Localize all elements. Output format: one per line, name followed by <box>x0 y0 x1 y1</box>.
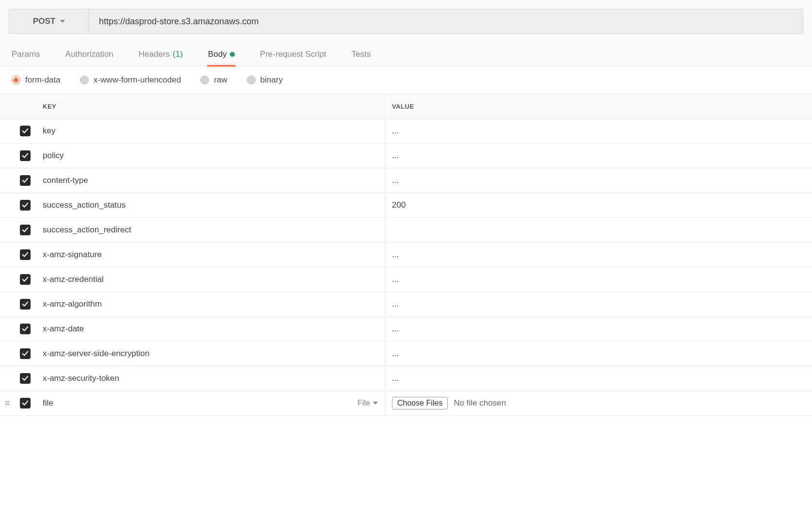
radio-icon <box>12 76 20 84</box>
value-cell[interactable]: ... <box>385 275 812 284</box>
key-cell[interactable]: x-amz-server-side-encryption <box>36 342 385 366</box>
request-url-input[interactable] <box>89 9 803 33</box>
value-text: ... <box>392 299 399 309</box>
chevron-down-icon <box>60 20 65 23</box>
value-cell[interactable]: ... <box>385 176 812 185</box>
row-enabled-checkbox[interactable] <box>20 249 31 260</box>
value-cell[interactable]: Choose FilesNo file chosen <box>385 397 812 409</box>
key-cell[interactable]: x-amz-security-token <box>36 366 385 391</box>
key-text: success_action_status <box>43 200 126 210</box>
table-row: x-amz-security-token... <box>0 366 812 391</box>
value-text: ... <box>392 374 399 383</box>
key-cell[interactable]: success_action_redirect <box>36 218 385 242</box>
tab-authorization[interactable]: Authorization <box>65 45 114 66</box>
table-row: x-amz-credential... <box>0 267 812 292</box>
radio-icon <box>200 76 209 84</box>
tab-label: Body <box>208 49 227 59</box>
check-icon <box>22 128 29 134</box>
row-enabled-checkbox[interactable] <box>20 348 31 359</box>
row-enabled-checkbox[interactable] <box>20 225 31 235</box>
row-enabled-checkbox[interactable] <box>20 274 31 285</box>
key-type-select[interactable]: File <box>357 399 378 408</box>
value-text: ... <box>392 324 399 334</box>
table-row: content-type... <box>0 168 812 193</box>
check-icon <box>22 375 29 382</box>
check-icon <box>22 251 29 258</box>
key-cell[interactable]: x-amz-credential <box>36 267 385 292</box>
body-type-label: binary <box>260 75 283 85</box>
key-text: content-type <box>43 176 88 185</box>
key-text: key <box>43 126 55 136</box>
row-enabled-checkbox[interactable] <box>20 398 31 409</box>
tab-pre-request-script[interactable]: Pre-request Script <box>259 45 327 66</box>
row-enabled-checkbox[interactable] <box>20 126 31 136</box>
tab-label: Tests <box>352 49 371 59</box>
tab-tests[interactable]: Tests <box>351 45 372 66</box>
value-text: ... <box>392 176 399 185</box>
row-enabled-checkbox[interactable] <box>20 150 31 161</box>
value-cell[interactable]: ... <box>385 299 812 309</box>
radio-icon <box>247 76 256 84</box>
check-icon <box>22 177 29 184</box>
key-cell[interactable]: x-amz-algorithm <box>36 292 385 316</box>
table-row: key... <box>0 119 812 144</box>
key-text: x-amz-signature <box>43 250 102 260</box>
http-method-select[interactable]: POST <box>9 9 89 33</box>
key-cell[interactable]: key <box>36 119 385 143</box>
body-type-label: raw <box>214 75 227 85</box>
check-icon <box>22 350 29 357</box>
row-enabled-checkbox[interactable] <box>20 200 31 211</box>
body-type-x-www-form-urlencoded[interactable]: x-www-form-urlencoded <box>80 75 181 85</box>
key-cell[interactable]: x-amz-signature <box>36 243 385 267</box>
request-url-bar: POST <box>9 9 803 34</box>
key-cell[interactable]: policy <box>36 144 385 168</box>
row-enabled-checkbox[interactable] <box>20 299 31 310</box>
value-cell[interactable]: ... <box>385 126 812 136</box>
tab-body[interactable]: Body <box>207 45 236 66</box>
row-enabled-checkbox[interactable] <box>20 175 31 186</box>
value-text: ... <box>392 349 399 359</box>
check-icon <box>22 326 29 332</box>
key-text: file <box>43 398 53 408</box>
value-cell[interactable]: ... <box>385 324 812 334</box>
body-type-form-data[interactable]: form-data <box>12 75 61 85</box>
key-cell[interactable]: fileFile <box>36 391 385 415</box>
body-type-binary[interactable]: binary <box>247 75 283 85</box>
value-cell[interactable]: 200 <box>385 200 812 210</box>
value-cell[interactable]: ... <box>385 151 812 161</box>
key-cell[interactable]: x-amz-date <box>36 317 385 341</box>
form-data-table: KEY VALUE key...policy...content-type...… <box>0 94 812 416</box>
check-icon <box>22 301 29 308</box>
value-cell[interactable]: ... <box>385 349 812 359</box>
http-method-label: POST <box>33 16 55 26</box>
tab-headers[interactable]: Headers(1) <box>138 45 184 66</box>
table-header: KEY VALUE <box>0 94 812 119</box>
check-icon <box>22 152 29 159</box>
indicator-dot-icon <box>230 52 235 57</box>
body-type-selector: form-datax-www-form-urlencodedrawbinary <box>0 66 812 94</box>
key-text: policy <box>43 151 64 161</box>
table-row: x-amz-date... <box>0 317 812 342</box>
file-status-text: No file chosen <box>454 398 506 408</box>
key-cell[interactable]: content-type <box>36 168 385 193</box>
table-row: x-amz-algorithm... <box>0 292 812 317</box>
row-enabled-checkbox[interactable] <box>20 373 31 384</box>
tab-params[interactable]: Params <box>11 45 41 66</box>
value-cell[interactable]: ... <box>385 374 812 383</box>
key-cell[interactable]: success_action_status <box>36 193 385 217</box>
value-text: 200 <box>392 200 406 210</box>
tab-label: Headers <box>139 49 170 59</box>
drag-handle-icon[interactable]: ≡ <box>5 399 10 408</box>
table-row: x-amz-signature... <box>0 243 812 267</box>
body-type-raw[interactable]: raw <box>200 75 227 85</box>
column-header-value: VALUE <box>385 103 812 110</box>
row-enabled-checkbox[interactable] <box>20 324 31 334</box>
body-type-label: form-data <box>25 75 61 85</box>
table-row: success_action_status200 <box>0 193 812 218</box>
value-cell[interactable]: ... <box>385 250 812 260</box>
value-text: ... <box>392 126 399 136</box>
key-type-label: File <box>357 399 370 408</box>
value-text: ... <box>392 275 399 284</box>
check-icon <box>22 227 29 233</box>
choose-files-button[interactable]: Choose Files <box>392 397 448 409</box>
